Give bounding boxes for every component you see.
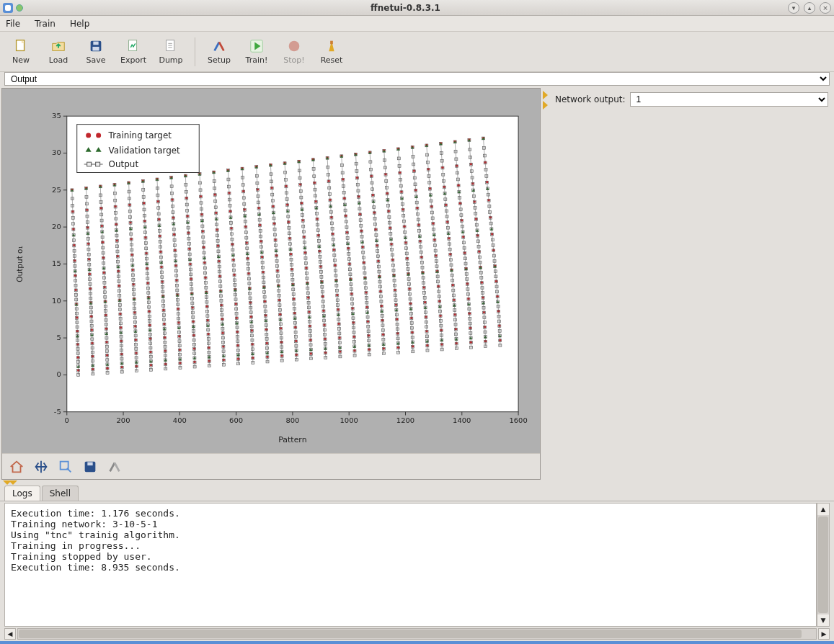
svg-text:0: 0: [65, 416, 69, 424]
load-button[interactable]: Load: [42, 35, 75, 69]
status-bar: [0, 641, 834, 644]
setup-button[interactable]: Setup: [203, 35, 236, 69]
svg-text:600: 600: [229, 416, 243, 424]
svg-text:1000: 1000: [340, 416, 358, 424]
svg-point-2689: [86, 133, 91, 138]
log-vertical-scrollbar[interactable]: ▲ ▼: [817, 503, 830, 627]
status-dot-icon: [16, 4, 23, 12]
minimize-button[interactable]: ▾: [788, 2, 799, 14]
svg-rect-2694: [87, 162, 92, 166]
right-panel: Network output: 1: [549, 88, 834, 480]
export-button[interactable]: Export: [117, 35, 150, 69]
log-horizontal-scrollbar[interactable]: ◀ ▶: [0, 628, 834, 641]
scroll-right-button[interactable]: ▶: [818, 628, 830, 640]
svg-rect-2: [93, 42, 98, 45]
svg-text:30: 30: [52, 149, 61, 157]
main-toolbar: New Load Save Export Dump Setup Train! S…: [0, 32, 834, 72]
plot-zoom-button[interactable]: [57, 458, 74, 475]
network-output-select[interactable]: 1: [630, 92, 828, 107]
scroll-up-button[interactable]: ▲: [817, 504, 829, 515]
log-area: Execution time: 1.176 seconds. Training …: [0, 501, 834, 628]
reset-button[interactable]: Reset: [315, 35, 348, 69]
toolbar-separator: [195, 37, 195, 66]
setup-icon: [211, 38, 227, 54]
svg-text:25: 25: [52, 186, 61, 194]
svg-text:5: 5: [56, 334, 61, 341]
svg-rect-2699: [87, 462, 92, 465]
svg-text:-5: -5: [54, 408, 61, 416]
plot-pan-button[interactable]: [32, 458, 50, 475]
vertical-splitter[interactable]: [541, 88, 549, 480]
view-selector[interactable]: Output: [4, 72, 830, 86]
close-button[interactable]: ×: [820, 2, 831, 14]
svg-point-2690: [96, 133, 101, 138]
svg-rect-8: [330, 41, 333, 45]
svg-text:1400: 1400: [453, 416, 471, 424]
svg-text:Training target: Training target: [108, 130, 172, 140]
main-content: 02004006008001000120014001600-5051015202…: [0, 88, 834, 480]
svg-text:1200: 1200: [396, 416, 414, 424]
svg-text:15: 15: [52, 260, 61, 268]
new-icon: [13, 38, 29, 54]
svg-text:200: 200: [117, 416, 130, 424]
export-icon: [125, 38, 141, 54]
svg-text:Pattern: Pattern: [278, 435, 306, 444]
save-icon: [88, 38, 104, 54]
maximize-button[interactable]: ▴: [804, 2, 815, 14]
save-button[interactable]: Save: [79, 35, 112, 69]
stop-button: Stop!: [278, 35, 311, 69]
svg-text:20: 20: [52, 223, 61, 231]
menu-train[interactable]: Train: [32, 17, 58, 30]
scroll-down-button[interactable]: ▼: [817, 614, 829, 626]
scroll-thumb[interactable]: [818, 516, 828, 613]
svg-text:Output: Output: [109, 159, 139, 169]
view-selector-row: Output: [0, 72, 834, 88]
app-icon: [3, 3, 13, 13]
menubar: File Train Help: [0, 16, 834, 32]
window-titlebar: ffnetui-0.8.3.1 ▾ ▴ ×: [0, 0, 834, 16]
svg-text:800: 800: [285, 416, 299, 424]
dump-button[interactable]: Dump: [154, 35, 187, 69]
tab-shell[interactable]: Shell: [42, 486, 79, 501]
svg-point-7: [289, 41, 300, 52]
svg-text:10: 10: [52, 297, 61, 305]
stop-icon: [286, 38, 302, 54]
svg-text:Validation target: Validation target: [109, 146, 181, 156]
plot-save-button[interactable]: [81, 458, 99, 475]
dump-icon: [163, 38, 179, 54]
menu-help[interactable]: Help: [67, 17, 92, 30]
window-title: ffnetui-0.8.3.1: [23, 3, 788, 13]
plot-home-button[interactable]: [8, 458, 25, 475]
svg-rect-2695: [96, 162, 100, 166]
svg-text:1600: 1600: [509, 416, 527, 424]
splitter-arrow-icon: [543, 101, 548, 109]
plot-panel: 02004006008001000120014001600-5051015202…: [1, 88, 541, 480]
plot-config-button[interactable]: [106, 458, 123, 475]
svg-text:0: 0: [56, 370, 61, 378]
train-button[interactable]: Train!: [240, 35, 273, 69]
menu-file[interactable]: File: [3, 17, 23, 30]
plot-toolbar: [2, 453, 540, 479]
new-button[interactable]: New: [4, 35, 37, 69]
train-icon: [249, 38, 265, 54]
svg-rect-3: [92, 47, 99, 51]
reset-icon: [324, 38, 340, 54]
horizontal-splitter[interactable]: [0, 480, 834, 486]
load-icon: [50, 38, 66, 54]
splitter-arrow-icon: [543, 91, 548, 99]
scroll-left-button[interactable]: ◀: [4, 628, 16, 640]
log-tabs: Logs Shell: [0, 486, 834, 501]
scroll-thumb[interactable]: [19, 630, 802, 638]
svg-text:35: 35: [52, 112, 61, 120]
network-output-label: Network output:: [555, 94, 626, 104]
chart-area[interactable]: 02004006008001000120014001600-5051015202…: [2, 89, 540, 453]
splitter-arrow-icon: [9, 480, 17, 485]
svg-text:Output o₁: Output o₁: [15, 246, 25, 282]
tab-logs[interactable]: Logs: [4, 486, 40, 501]
svg-text:400: 400: [173, 416, 187, 424]
log-text[interactable]: Execution time: 1.176 seconds. Training …: [4, 503, 817, 627]
